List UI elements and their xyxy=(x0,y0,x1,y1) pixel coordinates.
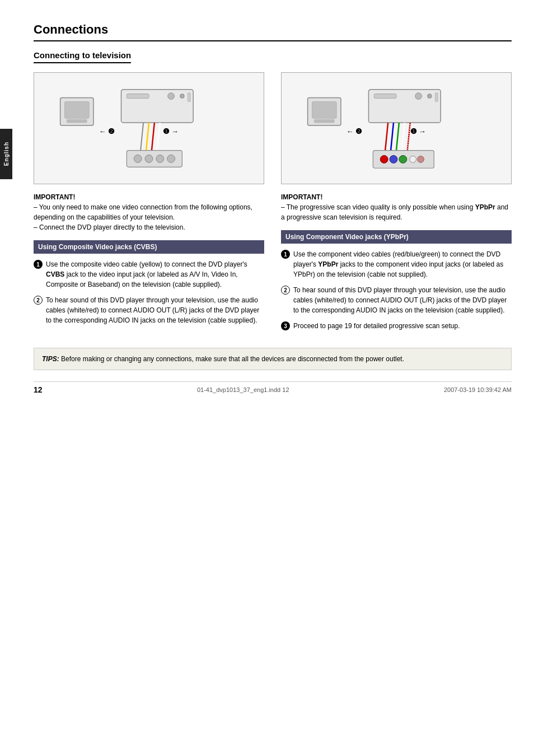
svg-rect-20 xyxy=(374,94,396,99)
svg-point-2 xyxy=(168,93,175,100)
svg-line-8 xyxy=(140,123,143,151)
svg-point-34 xyxy=(390,156,397,164)
svg-rect-6 xyxy=(65,101,90,118)
svg-line-28 xyxy=(391,123,394,151)
left-numbered-list: 1 Use the composite video cable (yellow)… xyxy=(34,259,264,325)
right-subsection-label: Using Component Video jacks (YPbPr) xyxy=(281,230,512,244)
list-item: 1 Use the composite video cable (yellow)… xyxy=(34,259,264,290)
content-area: Connections Connecting to television xyxy=(34,22,512,394)
svg-point-16 xyxy=(167,155,175,163)
svg-rect-26 xyxy=(314,119,334,123)
right-important-label: IMPORTANT! xyxy=(281,192,512,202)
right-list-text-1: Use the component video cables (red/blue… xyxy=(293,249,512,279)
right-list-text-2: To hear sound of this DVD player through… xyxy=(293,285,512,315)
tips-text: Before making or changing any connection… xyxy=(61,355,404,363)
left-important-block: IMPORTANT! – You only need to make one v… xyxy=(34,192,264,232)
svg-point-21 xyxy=(415,93,422,100)
svg-text:← ❷: ← ❷ xyxy=(99,127,115,136)
tips-label: TIPS: xyxy=(42,355,59,363)
svg-point-15 xyxy=(156,155,164,163)
left-important-label: IMPORTANT! xyxy=(34,192,264,202)
svg-line-30 xyxy=(402,123,405,151)
left-important-text: – You only need to make one video connec… xyxy=(34,202,264,232)
svg-rect-1 xyxy=(127,94,149,99)
svg-rect-23 xyxy=(435,93,438,102)
svg-line-10 xyxy=(152,123,154,151)
right-list-num-1: 1 xyxy=(281,250,290,259)
left-subsection-label: Using Composite Video jacks (CVBS) xyxy=(34,240,264,254)
list-item: 2 To hear sound of this DVD player throu… xyxy=(281,285,512,315)
svg-point-35 xyxy=(399,156,407,164)
footer-date: 2007-03-19 10:39:42 AM xyxy=(444,386,512,393)
page-title: Connections xyxy=(34,22,512,41)
svg-rect-25 xyxy=(312,101,337,118)
right-diagram: ← ❷ ❶ → xyxy=(281,72,512,184)
right-numbered-list: 1 Use the component video cables (red/bl… xyxy=(281,249,512,331)
svg-text:← ❷: ← ❷ xyxy=(346,127,362,136)
list-num-2: 2 xyxy=(34,296,43,305)
svg-text:❶ →: ❶ → xyxy=(163,127,179,136)
left-column: ← ❷ ❶ → IMPORTANT! – You only need to ma… xyxy=(34,72,264,337)
right-list-num-3: 3 xyxy=(281,321,290,330)
right-diagram-svg: ← ❷ ❶ → xyxy=(282,73,511,184)
svg-point-14 xyxy=(145,155,153,163)
side-tab-label: English xyxy=(3,142,10,166)
svg-point-3 xyxy=(180,94,184,99)
list-num-1: 1 xyxy=(34,260,43,269)
svg-point-22 xyxy=(427,94,432,99)
svg-point-33 xyxy=(380,156,388,164)
section-header: Connecting to television xyxy=(34,50,131,63)
right-column: ← ❷ ❶ → IMPORTANT! – The progressive sca… xyxy=(281,72,512,337)
list-text-1: Use the composite video cable (yellow) t… xyxy=(46,259,264,290)
list-item: 1 Use the component video cables (red/bl… xyxy=(281,249,512,279)
right-list-text-3: Proceed to page 19 for detailed progress… xyxy=(293,321,460,331)
svg-rect-4 xyxy=(188,93,190,102)
svg-point-37 xyxy=(418,156,424,163)
page-footer: 12 01-41_dvp1013_37_eng1.indd 12 2007-03… xyxy=(34,381,512,394)
list-item: 3 Proceed to page 19 for detailed progre… xyxy=(281,321,512,331)
left-diagram-svg: ← ❷ ❶ → xyxy=(34,73,264,184)
two-column-layout: ← ❷ ❶ → IMPORTANT! – You only need to ma… xyxy=(34,72,512,337)
svg-line-11 xyxy=(157,123,160,151)
right-important-text: – The progressive scan video quality is … xyxy=(281,202,512,222)
svg-text:❶ →: ❶ → xyxy=(410,127,426,136)
svg-point-13 xyxy=(134,155,142,163)
left-diagram: ← ❷ ❶ → xyxy=(34,72,264,184)
svg-line-9 xyxy=(146,123,149,151)
svg-line-27 xyxy=(385,123,388,151)
svg-line-29 xyxy=(396,123,399,151)
list-text-2: To hear sound of this DVD player through… xyxy=(46,295,264,325)
right-list-num-2: 2 xyxy=(281,286,290,295)
svg-point-36 xyxy=(410,156,416,163)
page-number: 12 xyxy=(34,385,43,394)
tips-box: TIPS: Before making or changing any conn… xyxy=(34,348,512,370)
side-tab: English xyxy=(0,129,12,179)
footer-file: 01-41_dvp1013_37_eng1.indd 12 xyxy=(197,386,289,393)
right-important-block: IMPORTANT! – The progressive scan video … xyxy=(281,192,512,222)
svg-rect-7 xyxy=(67,119,87,123)
list-item: 2 To hear sound of this DVD player throu… xyxy=(34,295,264,325)
page-wrapper: English Connections Connecting to televi… xyxy=(0,0,534,756)
